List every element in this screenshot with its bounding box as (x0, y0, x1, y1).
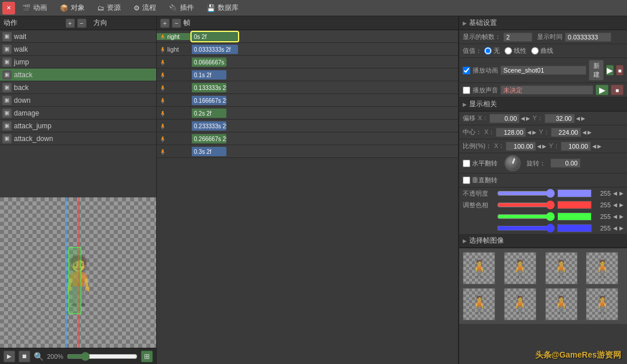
center-x-down[interactable]: ◀ (527, 129, 531, 135)
action-item-down[interactable]: down (0, 94, 156, 107)
sub-action-button[interactable]: − (77, 19, 87, 28)
radio-curve[interactable]: 曲线 (531, 46, 553, 55)
menu-database[interactable]: 💾 数据库 (201, 2, 244, 14)
radio-linear[interactable]: 线性 (505, 46, 527, 55)
scale-x-input[interactable] (506, 142, 536, 151)
center-x-input[interactable] (496, 128, 526, 137)
offset-y-up[interactable]: ▶ (581, 116, 585, 121)
timeline-row-5[interactable]: 🧍0.166667s 2f (157, 94, 458, 107)
action-item-attack[interactable]: attack (0, 69, 156, 81)
track-bar-1[interactable]: 0.0333333s 2f (192, 45, 238, 54)
center-x-up[interactable]: ▶ (532, 129, 536, 135)
flip-h-checkbox[interactable]: 水平翻转 (463, 159, 498, 168)
scale-x-up[interactable]: ▶ (542, 143, 546, 149)
scale-x-down[interactable]: ◀ (537, 143, 541, 149)
radio-none[interactable]: 无 (484, 46, 500, 55)
g-up[interactable]: ▶ (619, 214, 624, 219)
action-item-back[interactable]: back (0, 81, 156, 94)
track-bar-3[interactable]: 0.1s 2f (192, 70, 226, 80)
stop-sound-button[interactable]: ■ (611, 85, 624, 95)
display-frames-input[interactable] (503, 33, 532, 42)
menu-resource[interactable]: 🗂 资源 (92, 2, 127, 14)
track-bar-7[interactable]: 0.233333s 2f (192, 121, 226, 131)
scale-y-down[interactable]: ◀ (592, 143, 596, 149)
menu-object[interactable]: 📦 对象 (54, 2, 91, 14)
frame-thumb-6[interactable]: 🧍 (545, 288, 578, 320)
rotate-knob[interactable] (505, 155, 521, 171)
add-action-button[interactable]: + (66, 19, 75, 28)
offset-x-up[interactable]: ▶ (526, 116, 530, 121)
menu-flow[interactable]: ⚙ 流程 (128, 2, 162, 14)
r-down[interactable]: ◀ (613, 202, 617, 208)
b-down[interactable]: ◀ (613, 225, 617, 231)
action-item-walk[interactable]: walk (0, 43, 156, 56)
timeline-row-7[interactable]: 🧍0.233333s 2f (157, 120, 458, 132)
play-button[interactable]: ▶ (3, 351, 15, 362)
offset-x-input[interactable] (489, 114, 520, 123)
scale-y-up[interactable]: ▶ (597, 143, 601, 149)
track-bar-8[interactable]: 0.266667s 2f (192, 134, 226, 143)
center-y-down[interactable]: ◀ (582, 129, 586, 135)
action-item-damage[interactable]: damage (0, 107, 156, 120)
b-up[interactable]: ▶ (619, 225, 624, 231)
flip-v-checkbox[interactable]: 垂直翻转 (463, 176, 498, 185)
g-down[interactable]: ◀ (613, 214, 617, 219)
new-button[interactable]: 新建 (589, 60, 604, 81)
track-bar-5[interactable]: 0.166667s 2f (192, 96, 226, 105)
offset-y-down[interactable]: ◀ (576, 116, 580, 121)
timeline-row-9[interactable]: 🧍0.3s 2f (157, 145, 458, 158)
action-item-wait[interactable]: wait (0, 30, 156, 43)
action-item-jump[interactable]: jump (0, 56, 156, 69)
close-icon[interactable]: ✕ (2, 2, 15, 15)
timeline-row-3[interactable]: 🧍0.1s 2f (157, 69, 458, 81)
timeline-row-6[interactable]: 🧍0.2s 2f (157, 107, 458, 120)
frame-thumb-1[interactable]: 🧍 (504, 252, 536, 284)
play-anim-input[interactable] (500, 66, 586, 75)
frame-thumb-7[interactable]: 🧍 (586, 288, 618, 320)
frame-thumb-4[interactable]: 🧍 (463, 288, 495, 320)
action-item-attack_jump[interactable]: attack_jump (0, 120, 156, 132)
zoom-slider[interactable] (67, 352, 138, 361)
b-slider[interactable] (497, 224, 555, 233)
timeline-row-1[interactable]: 🧍light0.0333333s 2f (157, 43, 458, 56)
track-bar-0[interactable]: 0s 2f (192, 32, 238, 41)
play-anim-checkbox[interactable] (463, 67, 470, 74)
sub-frame-button[interactable]: − (172, 19, 181, 28)
frame-thumb-0[interactable]: 🧍 (463, 252, 495, 284)
r-up[interactable]: ▶ (619, 202, 624, 208)
action-item-attack_down[interactable]: attack_down (0, 132, 156, 145)
grid-button[interactable]: ⊞ (141, 351, 153, 362)
timeline-row-4[interactable]: 🧍0.133333s 2f (157, 81, 458, 94)
g-slider[interactable] (497, 212, 555, 221)
play-sound-button[interactable]: ▶ (596, 85, 608, 95)
stop-button[interactable]: ⏹ (19, 351, 30, 362)
rotate-input[interactable] (550, 158, 581, 168)
r-slider[interactable] (497, 200, 555, 210)
track-bar-4[interactable]: 0.133333s 2f (192, 83, 226, 92)
opacity-up[interactable]: ▶ (619, 190, 624, 196)
opacity-slider[interactable] (497, 189, 555, 198)
menu-plugin[interactable]: 🔌 插件 (163, 2, 200, 14)
display-time-input[interactable] (565, 33, 611, 42)
frame-thumb-2[interactable]: 🧍 (545, 252, 578, 284)
track-bar-9[interactable]: 0.3s 2f (192, 147, 226, 156)
menu-animation[interactable]: 🎬 动画 (16, 2, 53, 14)
stop-anim-button[interactable]: ■ (616, 65, 624, 75)
track-bar-2[interactable]: 0.0666667s 2f (192, 57, 226, 67)
center-y-input[interactable] (551, 128, 581, 137)
play-anim-button[interactable]: ▶ (606, 65, 614, 75)
offset-y-input[interactable] (545, 114, 575, 123)
timeline-row-2[interactable]: 🧍0.0666667s 2f (157, 56, 458, 69)
scale-y-input[interactable] (561, 142, 591, 151)
play-sound-input[interactable] (500, 85, 593, 95)
track-bar-6[interactable]: 0.2s 2f (192, 109, 226, 118)
frame-thumb-5[interactable]: 🧍 (504, 288, 536, 320)
play-sound-checkbox[interactable] (463, 87, 470, 94)
timeline-row-8[interactable]: 🧍0.266667s 2f (157, 132, 458, 145)
add-frame-button[interactable]: + (160, 19, 170, 28)
offset-x-down[interactable]: ◀ (521, 116, 525, 121)
center-y-up[interactable]: ▶ (588, 129, 592, 135)
opacity-down[interactable]: ◀ (613, 190, 617, 196)
timeline-row-0[interactable]: 🧍right0s 2f (157, 30, 458, 43)
frame-thumb-3[interactable]: 🧍 (586, 252, 618, 284)
